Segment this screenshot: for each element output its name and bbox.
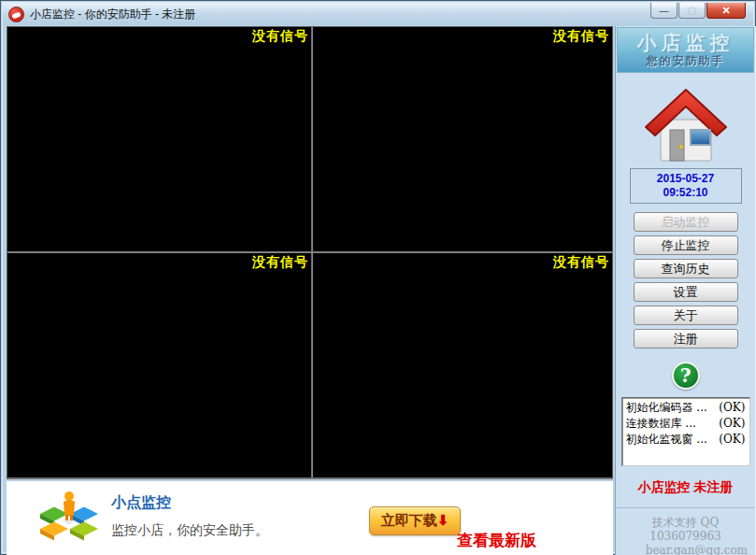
no-signal-label: 没有信号: [553, 254, 609, 271]
support-line: 技术支持 QQ 1036079963: [616, 516, 755, 544]
help-icon[interactable]: ?: [672, 362, 700, 390]
video-panel-4[interactable]: 没有信号: [313, 253, 612, 477]
download-now-button[interactable]: 立即下载⬇: [369, 506, 461, 535]
view-latest-version-link[interactable]: 查看最新版: [457, 530, 536, 551]
status-value: (OK): [719, 432, 745, 448]
no-signal-label: 没有信号: [252, 28, 308, 45]
status-log-list: 初始化编码器 ... (OK) 连接数据库 ... (OK) 初始化监视窗 ..…: [621, 397, 750, 466]
sidebar-header: 小店监控 您的安防助手: [617, 27, 754, 73]
house-icon: [639, 82, 733, 163]
download-label: 立即下载: [381, 512, 437, 528]
close-icon: ✕: [721, 5, 730, 17]
date-value: 2015-05-27: [631, 172, 741, 186]
status-row: 初始化监视窗 ... (OK): [626, 432, 746, 448]
easytool-logo-icon: [35, 487, 104, 548]
status-value: (OK): [719, 400, 745, 416]
promo-tagline: 监控小店，你的安全助手。: [111, 522, 268, 539]
registration-notice: 小店监控 未注册: [616, 479, 755, 496]
video-panel-2[interactable]: 没有信号: [313, 27, 612, 251]
question-mark: ?: [680, 364, 692, 387]
no-signal-label: 没有信号: [252, 254, 308, 271]
sidebar-buttons: 启动监控 停止监控 查询历史 设置 关于 注册: [616, 212, 755, 349]
status-label: 初始化编码器 ...: [626, 400, 707, 416]
video-panel-1[interactable]: 没有信号: [7, 27, 311, 251]
status-row: 连接数据库 ... (OK): [626, 416, 746, 432]
support-email: bear.gan@qq.com: [616, 544, 755, 555]
minimize-button[interactable]: —: [650, 3, 678, 19]
start-monitor-button[interactable]: 启动监控: [634, 212, 738, 232]
download-arrow-icon: ⬇: [437, 512, 449, 528]
status-label: 初始化监视窗 ...: [626, 432, 707, 448]
maximize-button[interactable]: ▢: [678, 3, 706, 19]
datetime-display: 2015-05-27 09:52:10: [630, 168, 742, 204]
promo-bar: 小点监控 监控小店，你的安全助手。 立即下载⬇ 查看最新版: [7, 481, 613, 555]
video-grid: 没有信号 没有信号 没有信号 没有信号: [7, 26, 613, 479]
sidebar: 小店监控 您的安防助手 2015-05-2: [615, 26, 756, 555]
maximize-icon: ▢: [688, 6, 696, 16]
stop-monitor-button[interactable]: 停止监控: [634, 235, 738, 255]
window-controls: — ▢ ✕: [649, 3, 746, 19]
titlebar: 小店监控 - 你的安防助手 - 未注册 — ▢ ✕: [3, 3, 753, 25]
app-window: 小店监控 - 你的安防助手 - 未注册 — ▢ ✕ 没有信号 没有信号 没有信号…: [0, 0, 756, 555]
close-button[interactable]: ✕: [706, 3, 746, 19]
window-frame: 小店监控 - 你的安防助手 - 未注册 — ▢ ✕ 没有信号 没有信号 没有信号…: [2, 2, 754, 553]
promo-title: 小点监控: [111, 493, 171, 513]
no-signal-label: 没有信号: [553, 28, 609, 45]
query-history-button[interactable]: 查询历史: [634, 259, 738, 278]
settings-button[interactable]: 设置: [634, 282, 738, 302]
window-title: 小店监控 - 你的安防助手 - 未注册: [30, 7, 195, 22]
register-button[interactable]: 注册: [634, 329, 738, 349]
status-value: (OK): [719, 416, 745, 432]
minimize-icon: —: [660, 6, 669, 16]
about-button[interactable]: 关于: [634, 306, 738, 325]
time-value: 09:52:10: [631, 186, 741, 200]
sidebar-title: 小店监控: [618, 30, 753, 56]
app-logo-icon: [8, 7, 24, 22]
status-row: 初始化编码器 ... (OK): [626, 400, 746, 416]
support-info: 技术支持 QQ 1036079963 bear.gan@qq.com EASYT…: [616, 507, 755, 555]
video-panel-3[interactable]: 没有信号: [7, 253, 311, 477]
status-label: 连接数据库 ...: [626, 416, 696, 432]
